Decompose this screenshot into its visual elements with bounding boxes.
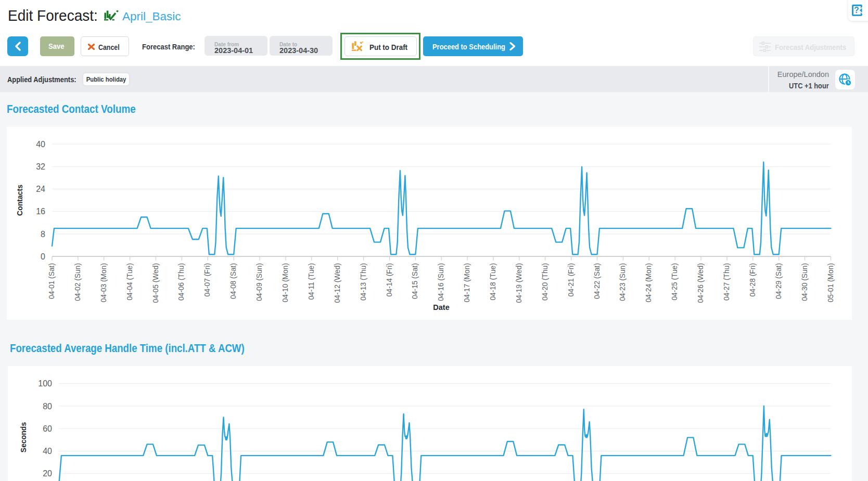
svg-text:60: 60 — [43, 424, 52, 433]
svg-text:24: 24 — [36, 185, 45, 193]
svg-text:04-24 (Mon): 04-24 (Mon) — [645, 263, 653, 302]
svg-text:8: 8 — [41, 230, 45, 239]
svg-text:0: 0 — [41, 252, 45, 261]
svg-text:04-08 (Sat): 04-08 (Sat) — [229, 263, 237, 299]
svg-text:04-06 (Thu): 04-06 (Thu) — [177, 263, 185, 301]
svg-text:04-13 (Thu): 04-13 (Thu) — [360, 263, 367, 301]
svg-text:04-10 (Mon): 04-10 (Mon) — [282, 263, 289, 302]
svg-text:04-25 (Tue): 04-25 (Tue) — [671, 263, 679, 301]
svg-text:20: 20 — [43, 469, 52, 478]
svg-text:40: 40 — [36, 140, 45, 149]
svg-text:04-02 (Sun): 04-02 (Sun) — [74, 263, 82, 301]
svg-text:04-29 (Sat): 04-29 (Sat) — [775, 263, 783, 299]
svg-text:40: 40 — [43, 447, 52, 456]
svg-text:04-20 (Thu): 04-20 (Thu) — [541, 263, 549, 301]
svg-text:80: 80 — [43, 402, 52, 411]
svg-text:16: 16 — [36, 207, 45, 216]
svg-text:04-07 (Fri): 04-07 (Fri) — [203, 263, 211, 296]
svg-text:05-01 (Mon): 05-01 (Mon) — [827, 263, 835, 302]
svg-text:04-16 (Sun): 04-16 (Sun) — [437, 263, 445, 301]
svg-text:04-11 (Tue): 04-11 (Tue) — [308, 263, 315, 300]
svg-text:04-01 (Sat): 04-01 (Sat) — [48, 263, 56, 299]
svg-text:04-26 (Wed): 04-26 (Wed) — [697, 263, 705, 303]
svg-text:04-05 (Wed): 04-05 (Wed) — [152, 263, 160, 303]
svg-text:04-03 (Mon): 04-03 (Mon) — [100, 263, 108, 302]
svg-text:04-15 (Sat): 04-15 (Sat) — [411, 263, 419, 299]
svg-text:04-14 (Fri): 04-14 (Fri) — [386, 263, 393, 296]
svg-text:04-09 (Sun): 04-09 (Sun) — [256, 263, 263, 301]
svg-text:04-27 (Thu): 04-27 (Thu) — [723, 263, 731, 301]
svg-text:04-04 (Tue): 04-04 (Tue) — [126, 263, 134, 301]
svg-text:04-19 (Wed): 04-19 (Wed) — [515, 263, 523, 303]
svg-text:100: 100 — [38, 379, 52, 388]
svg-text:04-22 (Sat): 04-22 (Sat) — [593, 263, 601, 299]
svg-text:04-21 (Fri): 04-21 (Fri) — [567, 263, 575, 296]
svg-text:04-28 (Fri): 04-28 (Fri) — [749, 263, 757, 296]
svg-text:04-23 (Sun): 04-23 (Sun) — [619, 263, 627, 301]
svg-text:04-17 (Mon): 04-17 (Mon) — [463, 263, 471, 302]
svg-text:04-18 (Tue): 04-18 (Tue) — [489, 263, 497, 301]
svg-text:32: 32 — [36, 162, 45, 171]
svg-text:Seconds: Seconds — [19, 422, 28, 453]
svg-text:04-30 (Sun): 04-30 (Sun) — [801, 263, 809, 301]
svg-text:Contacts: Contacts — [16, 185, 24, 216]
svg-text:Date: Date — [433, 303, 449, 311]
svg-text:?: ? — [854, 6, 859, 15]
svg-text:04-12 (Wed): 04-12 (Wed) — [334, 263, 341, 303]
